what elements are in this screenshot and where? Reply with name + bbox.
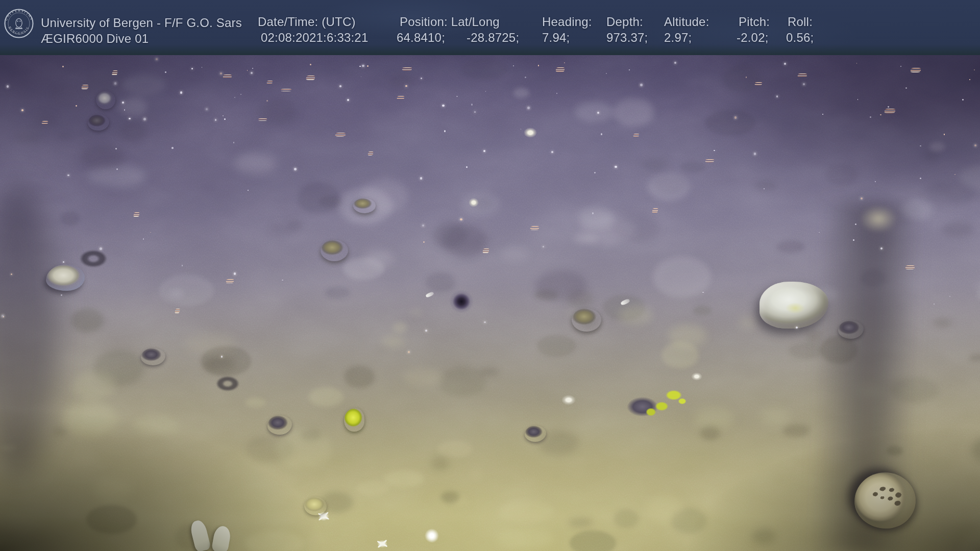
dive-title: ÆGIR6000 Dive 01 bbox=[41, 32, 149, 46]
telemetry-header-bar: UNIVERSITAS BERGENSIS University of Berg… bbox=[0, 0, 980, 55]
position-label: Position: Lat/Long bbox=[400, 15, 500, 29]
heading-label: Heading: bbox=[542, 15, 592, 29]
altitude-label: Altitude: bbox=[664, 15, 709, 29]
depth-label: Depth: bbox=[606, 15, 643, 29]
vessel-title: University of Bergen - F/F G.O. Sars bbox=[41, 16, 242, 30]
roll-label: Roll: bbox=[788, 15, 813, 29]
pitch-value: -2.02; bbox=[737, 31, 769, 45]
longitude-value: -28.8725; bbox=[467, 31, 519, 45]
altitude-value: 2.97; bbox=[664, 31, 692, 45]
seal-text-top: UNIVERSITAS bbox=[4, 9, 34, 21]
scanlines-overlay bbox=[0, 55, 980, 551]
roll-value: 0.56; bbox=[786, 31, 814, 45]
depth-value: 973.37; bbox=[606, 31, 648, 45]
heading-value: 7.94; bbox=[542, 31, 570, 45]
pitch-label: Pitch: bbox=[739, 15, 770, 29]
datetime-value: 02:08:2021:6:33:21 bbox=[261, 31, 368, 45]
svg-text:UNIVERSITAS: UNIVERSITAS bbox=[4, 9, 34, 21]
owl-icon bbox=[15, 18, 22, 29]
latitude-value: 64.8410; bbox=[397, 31, 445, 45]
university-of-bergen-seal-icon: UNIVERSITAS BERGENSIS bbox=[4, 8, 34, 39]
datetime-label: Date/Time: (UTC) bbox=[258, 15, 356, 29]
rov-video-frame: UNIVERSITAS BERGENSIS University of Berg… bbox=[0, 0, 980, 551]
seafloor-scene bbox=[0, 55, 980, 551]
